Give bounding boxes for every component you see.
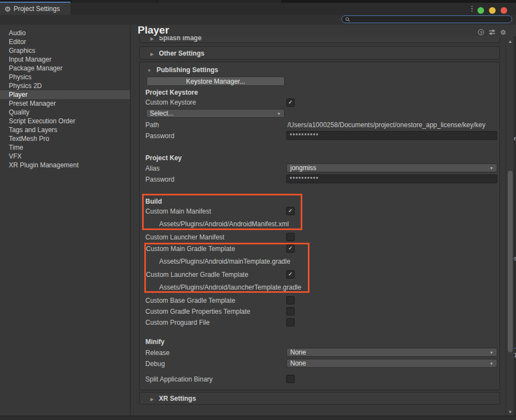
sidebar-item-tags-and-layers[interactable]: Tags and Layers	[0, 126, 130, 134]
page-title: Player	[138, 24, 169, 36]
keystore-select-dropdown[interactable]: Select... ▼	[146, 109, 285, 118]
debug-label: Debug	[145, 360, 165, 368]
sidebar-item-player[interactable]: Player	[0, 90, 130, 99]
scrollbar-thumb[interactable]	[508, 171, 513, 352]
custom-launcher-gradle-label: Custom Launcher Gradle Template	[146, 271, 248, 279]
vertical-scrollbar[interactable]: ▲ ▼	[506, 39, 514, 416]
custom-gradle-properties-label: Custom Gradle Properties Template	[145, 308, 251, 315]
sidebar-item-physics-2d[interactable]: Physics 2D	[0, 81, 130, 90]
other-settings-header: Other Settings	[159, 50, 205, 57]
chevron-down-icon: ▼	[490, 351, 493, 355]
project-settings-window: ⚙ Project Settings ⋮ AudioEditorGraphics…	[0, 0, 516, 420]
custom-launcher-manifest-label: Custom Launcher Manifest	[145, 233, 224, 241]
sidebar-item-physics[interactable]: Physics	[0, 73, 130, 81]
split-application-binary-checkbox[interactable]	[286, 375, 295, 383]
sidebar-item-graphics[interactable]: Graphics	[0, 46, 130, 55]
split-application-binary-label: Split Application Binary	[145, 375, 213, 383]
custom-gradle-properties-checkbox[interactable]	[286, 307, 295, 315]
chevron-down-icon: ▼	[490, 166, 493, 171]
custom-keystore-label: Custom Keystore	[145, 99, 196, 106]
tab-bar: ⚙ Project Settings ⋮	[0, 3, 516, 15]
window-control-red[interactable]	[501, 7, 507, 14]
kebab-menu-icon[interactable]: ⋮	[468, 3, 476, 15]
release-dropdown[interactable]: None ▼	[286, 348, 497, 357]
custom-proguard-label: Custom Proguard File	[145, 319, 210, 326]
key-password-label: Password	[145, 176, 175, 183]
custom-launcher-gradle-path: Assets/Plugins/Android/launcherTemplate.…	[159, 283, 368, 291]
key-password-field[interactable]: **********	[286, 174, 497, 183]
edge-fragment: 1	[514, 352, 516, 358]
sidebar-item-vfx[interactable]: VFX	[0, 152, 130, 161]
custom-keystore-checkbox[interactable]: ✓	[286, 99, 295, 107]
sidebar-item-preset-manager[interactable]: Preset Manager	[0, 99, 130, 108]
chevron-down-icon: ▼	[277, 112, 281, 116]
window-control-green[interactable]	[477, 7, 484, 14]
foldout-open-icon: ▼	[147, 68, 151, 73]
alias-label: Alias	[145, 165, 160, 172]
tab-title: Project Settings	[14, 5, 60, 13]
edge-fragment: e	[514, 135, 516, 141]
custom-main-manifest-checkbox[interactable]: ✓	[286, 207, 295, 215]
sidebar-list: AudioEditorGraphicsInput ManagerPackage …	[0, 29, 130, 170]
debug-dropdown[interactable]: None ▼	[286, 359, 497, 368]
custom-main-manifest-path: Assets/Plugins/Android/AndroidManifest.x…	[159, 220, 368, 228]
sidebar-item-quality[interactable]: Quality	[0, 108, 130, 117]
gear-icon[interactable]: ⚙	[500, 29, 506, 36]
sidebar-item-time[interactable]: Time	[0, 143, 130, 152]
custom-main-manifest-label: Custom Main Manifest	[145, 208, 211, 215]
search-icon	[345, 17, 350, 22]
custom-main-gradle-checkbox[interactable]: ✓	[286, 244, 295, 253]
player-header: Player	[131, 25, 516, 36]
custom-proguard-checkbox[interactable]	[286, 318, 295, 326]
content-area: AudioEditorGraphicsInput ManagerPackage …	[0, 25, 516, 416]
sidebar-item-script-execution-order[interactable]: Script Execution Order	[0, 117, 130, 126]
custom-main-gradle-label: Custom Main Gradle Template	[146, 245, 235, 253]
minify-header: Minify	[145, 338, 165, 346]
edge-fragment: _	[514, 342, 516, 348]
section-xr-settings[interactable]: ▶ XR Settings	[139, 392, 500, 405]
release-label: Release	[145, 349, 170, 357]
path-label: Path	[145, 121, 159, 129]
project-key-header: Project Key	[145, 154, 182, 162]
screen-edge-strip: e sl _ 1	[514, 25, 516, 416]
player-settings-panel: ▶ Splash Image ▶ Other Settings ▼ Publis…	[131, 25, 516, 416]
section-other-settings[interactable]: ▶ Other Settings	[139, 46, 500, 59]
keystore-path-value: /Users/a1000258/Documents/project/onesto…	[287, 121, 506, 129]
project-keystore-header: Project Keystore	[145, 89, 198, 96]
sidebar-item-audio[interactable]: Audio	[0, 29, 130, 37]
settings-scroll-view: ▶ Splash Image ▶ Other Settings ▼ Publis…	[131, 25, 507, 416]
toolbar	[0, 15, 516, 25]
sidebar-item-package-manager[interactable]: Package Manager	[0, 64, 130, 73]
window-bottom-bar	[0, 416, 516, 420]
help-icon[interactable]: ?	[478, 29, 484, 35]
foldout-arrow-icon: ▶	[150, 52, 154, 57]
xr-settings-header: XR Settings	[159, 395, 196, 402]
scroll-down-arrow-icon[interactable]: ▼	[506, 409, 514, 416]
keystore-password-field[interactable]: **********	[286, 131, 497, 140]
sidebar-item-textmesh-pro[interactable]: TextMesh Pro	[0, 134, 130, 143]
sidebar-item-editor[interactable]: Editor	[0, 37, 130, 46]
foldout-arrow-icon: ▶	[150, 397, 154, 402]
search-input[interactable]	[341, 15, 512, 23]
sidebar-item-xr-plugin-management[interactable]: XR Plugin Management	[0, 161, 130, 170]
build-header: Build	[145, 198, 162, 205]
keystore-password-label: Password	[145, 132, 175, 140]
edge-fragment: sl	[514, 255, 516, 261]
sidebar-item-input-manager[interactable]: Input Manager	[0, 55, 130, 64]
keystore-manager-button[interactable]: Keystore Manager...	[146, 77, 285, 86]
chevron-down-icon: ▼	[490, 362, 493, 366]
settings-sidebar: AudioEditorGraphicsInput ManagerPackage …	[0, 25, 131, 416]
tab-project-settings[interactable]: ⚙ Project Settings	[0, 3, 70, 15]
custom-base-gradle-checkbox[interactable]	[286, 296, 295, 304]
preset-icon[interactable]	[488, 29, 496, 36]
custom-base-gradle-label: Custom Base Gradle Template	[145, 297, 235, 304]
alias-dropdown[interactable]: jongmiss ▼	[286, 163, 497, 172]
foldout-arrow-icon: ▶	[150, 36, 154, 41]
scroll-up-arrow-icon[interactable]: ▲	[506, 39, 514, 45]
custom-launcher-manifest-checkbox[interactable]	[286, 233, 295, 241]
publishing-settings-header[interactable]: ▼ Publishing Settings	[147, 66, 218, 74]
window-control-yellow[interactable]	[489, 7, 496, 14]
custom-launcher-gradle-checkbox[interactable]: ✓	[286, 270, 295, 279]
gear-icon: ⚙	[4, 6, 11, 13]
custom-main-gradle-path: Assets/Plugins/Android/mainTemplate.grad…	[159, 258, 368, 265]
